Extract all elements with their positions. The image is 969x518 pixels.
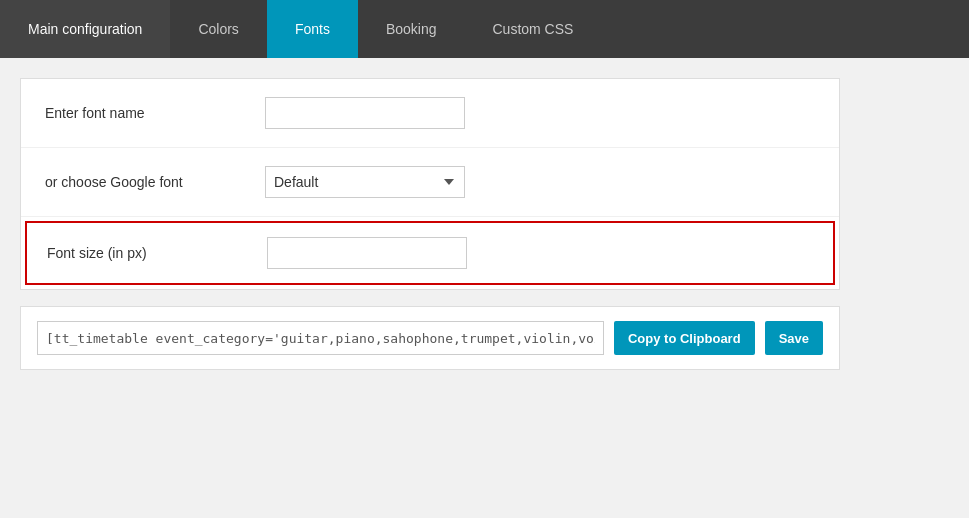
font-size-row: Font size (in px) xyxy=(25,221,835,285)
shortcode-bar: Copy to Clipboard Save xyxy=(20,306,840,370)
tab-fonts[interactable]: Fonts xyxy=(267,0,358,58)
font-size-input[interactable] xyxy=(267,237,467,269)
google-font-row: or choose Google font Default xyxy=(21,148,839,217)
font-name-label: Enter font name xyxy=(45,105,265,121)
tab-colors[interactable]: Colors xyxy=(170,0,266,58)
font-name-input[interactable] xyxy=(265,97,465,129)
tab-booking[interactable]: Booking xyxy=(358,0,465,58)
font-name-row: Enter font name xyxy=(21,79,839,148)
save-button[interactable]: Save xyxy=(765,321,823,355)
tab-custom-css[interactable]: Custom CSS xyxy=(464,0,601,58)
google-font-label: or choose Google font xyxy=(45,174,265,190)
shortcode-input[interactable] xyxy=(37,321,604,355)
google-font-select[interactable]: Default xyxy=(265,166,465,198)
settings-card: Enter font name or choose Google font De… xyxy=(20,78,840,290)
content-wrapper: Enter font name or choose Google font De… xyxy=(0,58,860,390)
nav-tabs: Main configuration Colors Fonts Booking … xyxy=(0,0,969,58)
font-size-row-wrapper: Font size (in px) xyxy=(21,217,839,289)
font-size-label: Font size (in px) xyxy=(47,245,267,261)
copy-to-clipboard-button[interactable]: Copy to Clipboard xyxy=(614,321,755,355)
tab-main-configuration[interactable]: Main configuration xyxy=(0,0,170,58)
